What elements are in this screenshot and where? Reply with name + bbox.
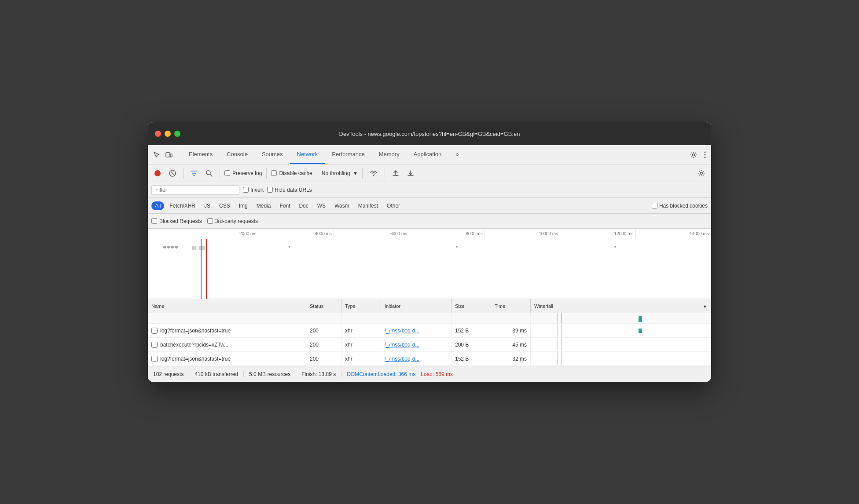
import-har-icon[interactable] (389, 168, 402, 179)
close-button[interactable] (155, 131, 161, 137)
filter-all-btn[interactable]: All (151, 201, 164, 210)
filter-fetch-xhr-btn[interactable]: Fetch/XHR (166, 201, 199, 210)
ruler-mark-5: 10000 ms (485, 229, 560, 239)
invert-label[interactable]: Invert (243, 187, 264, 193)
tab-more[interactable]: » (448, 145, 466, 164)
tab-sources[interactable]: Sources (255, 145, 290, 164)
filter-media-btn[interactable]: Media (253, 201, 275, 210)
invert-checkbox[interactable] (243, 187, 249, 193)
th-waterfall-label: Waterfall (534, 303, 553, 309)
filter-wasm-btn[interactable]: Wasm (331, 201, 353, 210)
filter-manifest-btn[interactable]: Manifest (355, 201, 382, 210)
svg-point-12 (701, 172, 703, 174)
separator-1 (183, 168, 184, 179)
filter-input[interactable] (151, 185, 239, 195)
search-icon[interactable] (203, 168, 215, 179)
row-checkbox-2[interactable] (151, 356, 158, 362)
th-status[interactable]: Status (306, 299, 341, 313)
has-blocked-cookies-text: Has blocked cookies (659, 203, 708, 209)
td-initiator-0[interactable]: /_/mss/boq-d... (381, 324, 452, 337)
svg-point-11 (373, 175, 374, 176)
th-initiator[interactable]: Initiator (381, 299, 452, 313)
th-status-label: Status (310, 303, 323, 309)
row-checkbox-1[interactable] (151, 342, 158, 348)
network-conditions-icon[interactable] (367, 168, 380, 179)
filter-font-btn[interactable]: Font (276, 201, 294, 210)
filter-other-btn[interactable]: Other (383, 201, 404, 210)
filter-icon[interactable] (188, 168, 200, 179)
throttle-label: No throttling (322, 170, 350, 176)
preserve-log-checkbox[interactable] (224, 170, 230, 176)
row-name-2: log?format=json&hasfast=true (160, 356, 231, 362)
row-name-0: log?format=json&hasfast=true (160, 328, 231, 334)
ruler-mark-2: 4000 ms (258, 229, 334, 239)
blocked-requests-text: Blocked Requests (159, 218, 202, 224)
td-initiator-1[interactable]: /_/mss/boq-d... (381, 338, 452, 351)
table-row[interactable]: log?format=json&hasfast=true 200 xhr /_/… (148, 324, 711, 338)
filter-types-bar: All Fetch/XHR JS CSS Img Media Font Doc … (148, 198, 711, 214)
preserve-log-text: Preserve log (232, 170, 262, 176)
minimize-button[interactable] (165, 131, 171, 137)
td-status-2: 200 (306, 352, 341, 365)
th-waterfall[interactable]: Waterfall ▲ (531, 299, 711, 313)
third-party-requests-label[interactable]: 3rd-party requests (207, 218, 258, 224)
th-time[interactable]: Time (491, 299, 531, 313)
record-button[interactable] (151, 168, 164, 179)
tabs-bar: Elements Console Sources Network Perform… (148, 145, 711, 164)
td-initiator-2[interactable]: /_/mss/boq-d... (381, 352, 452, 365)
disable-cache-checkbox[interactable] (271, 170, 277, 176)
hide-data-urls-checkbox[interactable] (267, 187, 273, 193)
svg-point-6 (154, 170, 161, 176)
th-size[interactable]: Size (452, 299, 491, 313)
filter-js-btn[interactable]: JS (201, 201, 214, 210)
svg-point-5 (705, 157, 706, 158)
tab-application[interactable]: Application (407, 145, 449, 164)
dom-content-loaded-line (201, 239, 202, 299)
row-checkbox-0[interactable] (151, 328, 158, 334)
devtools-window: DevTools - news.google.com/topstories?hl… (148, 122, 711, 382)
tab-performance[interactable]: Performance (325, 145, 371, 164)
th-type[interactable]: Type (341, 299, 381, 313)
table-row[interactable]: batchexecute?rpcids=xZTw... 200 xhr /_/m… (148, 338, 711, 352)
devtools-body: Elements Console Sources Network Perform… (148, 145, 711, 382)
separator-2 (220, 168, 220, 179)
filter-img-btn[interactable]: Img (235, 201, 251, 210)
th-name[interactable]: Name (148, 299, 306, 313)
blocked-requests-checkbox[interactable] (151, 218, 157, 224)
settings-icon[interactable] (688, 150, 699, 160)
svg-rect-0 (166, 153, 170, 157)
preserve-log-label[interactable]: Preserve log (224, 170, 262, 176)
third-party-requests-checkbox[interactable] (207, 218, 213, 224)
has-blocked-cookies-checkbox[interactable] (652, 203, 657, 208)
tab-memory[interactable]: Memory (372, 145, 407, 164)
timeline-graph (148, 239, 711, 299)
hide-data-urls-label[interactable]: Hide data URLs (267, 187, 312, 193)
th-name-label: Name (151, 303, 164, 309)
tab-elements[interactable]: Elements (182, 145, 220, 164)
throttle-dropdown[interactable]: No throttling ▼ (322, 170, 358, 176)
disable-cache-text: Disable cache (279, 170, 312, 176)
tab-network[interactable]: Network (290, 145, 325, 164)
filter-types-right: Has blocked cookies (652, 203, 708, 209)
more-options-icon[interactable] (702, 150, 708, 160)
table-row[interactable]: log?format=json&hasfast=true 200 xhr /_/… (148, 352, 711, 366)
dom-content-loaded-time: DOMContentLoaded: 366 ms (347, 371, 415, 377)
filter-doc-btn[interactable]: Doc (295, 201, 312, 210)
export-har-icon[interactable] (404, 168, 417, 179)
filter-ws-btn[interactable]: WS (314, 201, 329, 210)
maximize-button[interactable] (174, 131, 180, 137)
filter-css-btn[interactable]: CSS (216, 201, 234, 210)
inspect-element-icon[interactable] (151, 150, 162, 160)
svg-line-8 (171, 172, 174, 175)
has-blocked-cookies-label[interactable]: Has blocked cookies (652, 203, 708, 209)
row-name-1: batchexecute?rpcids=xZTw... (160, 342, 228, 348)
clear-button[interactable] (166, 168, 179, 179)
blocked-requests-label[interactable]: Blocked Requests (151, 218, 202, 224)
network-settings-icon[interactable] (695, 168, 708, 179)
disable-cache-label[interactable]: Disable cache (271, 170, 312, 176)
tab-console[interactable]: Console (220, 145, 255, 164)
ruler-mark-7: 14000 ms (636, 229, 711, 239)
load-line (206, 239, 207, 299)
device-toggle-icon[interactable] (164, 150, 174, 160)
status-bar: 102 requests 410 kB transferred 5.0 MB r… (148, 366, 711, 382)
